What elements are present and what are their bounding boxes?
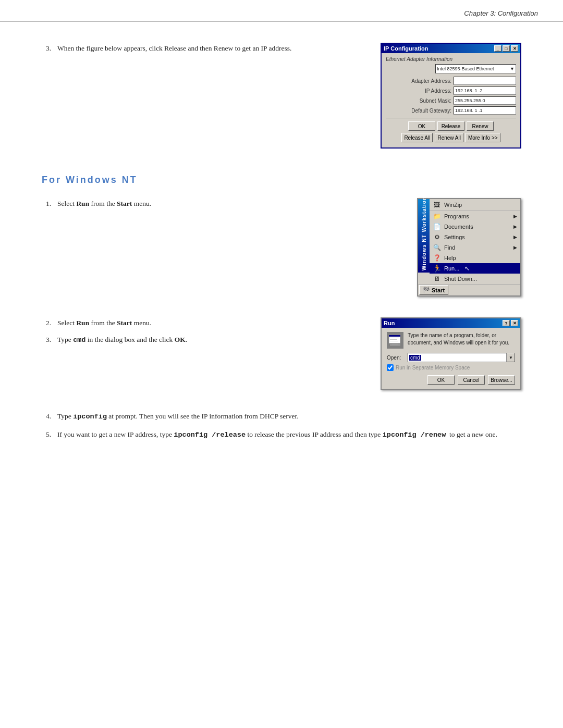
ip-address-row: IP Address: 192.168. 1 .2 [386, 87, 516, 95]
run-checkbox-label: Run in Separate Memory Space [396, 365, 470, 371]
close-button[interactable]: ✕ [511, 45, 518, 52]
menu-item-find[interactable]: 🔍 Find ▶ [430, 242, 520, 253]
adapter-address-row: Adapter Address: [386, 77, 516, 85]
settings-arrow: ▶ [513, 235, 517, 240]
settings-label: Settings [444, 234, 465, 240]
subnet-label: Subnet Mask: [405, 98, 451, 104]
step1-text-col: 1. Select Run from the Start menu. [42, 198, 401, 215]
release-all-button[interactable]: Release All [401, 133, 433, 142]
menu-item-shutdown[interactable]: 🖥 Shut Down... [430, 274, 520, 284]
help-label: Help [444, 255, 456, 261]
shutdown-label: Shut Down... [444, 276, 477, 282]
steps-2-3-section: 2. Select Run from the Start menu. 3. Ty… [42, 317, 521, 390]
run-close-button[interactable]: ✕ [511, 320, 518, 326]
step5-num: 5. [42, 429, 51, 441]
more-info-button[interactable]: More Info >> [466, 133, 500, 142]
find-icon: 🔍 [433, 243, 441, 252]
dropdown-arrow-icon: ▼ [510, 66, 515, 71]
documents-icon: 📄 [433, 223, 441, 231]
menu-item-documents[interactable]: 📄 Documents ▶ [430, 221, 520, 232]
step1-content: Select Run from the Start menu. [57, 198, 401, 209]
ipconfig-release-code: ipconfig /release [174, 431, 246, 439]
run-dialog-window: Run ? ✕ [381, 317, 521, 390]
ip-config-body: Ethernet Adapter Information Intel 82595… [382, 53, 520, 147]
subnet-value: 255.255.255.0 [454, 96, 516, 105]
btn-row-1: OK Release Renew [386, 121, 516, 131]
step3-text-col: 3. When the figure below appears, click … [42, 43, 365, 59]
run-titlebar-buttons: ? ✕ [503, 320, 518, 326]
sidebar-label: Windows NT Workstation [421, 196, 427, 270]
ok-bold: OK [175, 336, 186, 343]
ipconfig-code: ipconfig [73, 413, 107, 421]
run-ok-button[interactable]: OK [427, 375, 455, 385]
run-checkbox-row: Run in Separate Memory Space [387, 364, 515, 371]
menu-item-settings[interactable]: ⚙ Settings ▶ [430, 232, 520, 242]
adapter-dropdown[interactable]: Intel 82595-Based Ethernet ▼ [435, 64, 516, 73]
find-label: Find [444, 244, 455, 251]
documents-arrow: ▶ [513, 224, 517, 229]
start-menu-items: 🖼 WinZip 📁 Programs ▶ 📄 Do [430, 199, 520, 284]
maximize-button[interactable]: □ [503, 45, 510, 52]
run-dialog-titlebar: Run ? ✕ [382, 318, 520, 328]
steps-2-3-text: 2. Select Run from the Start menu. 3. Ty… [42, 317, 365, 351]
step2-content: Select Run from the Start menu. [57, 317, 365, 329]
nt-heading: For Windows NT [42, 175, 521, 186]
run-label: Run... [444, 265, 459, 272]
step2-3-layout: 2. Select Run from the Start menu. 3. Ty… [42, 317, 521, 390]
menu-item-help[interactable]: ❓ Help [430, 253, 520, 263]
run-icon-svg [388, 333, 402, 348]
svg-rect-1 [389, 335, 400, 337]
gateway-value: 192.168. 1 .1 [454, 106, 516, 115]
shutdown-icon: 🖥 [433, 275, 441, 283]
renew-all-button[interactable]: Renew All [435, 133, 463, 142]
find-arrow: ▶ [513, 245, 517, 250]
start-bold-2: Start [117, 319, 132, 327]
start-button[interactable]: 🏁 Start [419, 285, 448, 295]
renew-button[interactable]: Renew [467, 121, 494, 131]
subnet-row: Subnet Mask: 255.255.255.0 [386, 96, 516, 105]
run-cancel-button[interactable]: Cancel [458, 375, 485, 385]
start-menu-sidebar: Windows NT Workstation [418, 199, 430, 273]
run-browse-button[interactable]: Browse... [488, 375, 515, 385]
run-input-value: cmd [409, 355, 421, 361]
bottom-steps: 4. Type ipconfig at prompt. Then you wil… [42, 411, 521, 440]
help-icon: ❓ [433, 254, 441, 262]
chapter-title: Chapter 3: Configuration [464, 9, 538, 17]
run-help-button[interactable]: ? [503, 320, 510, 326]
menu-item-run[interactable]: 🏃 Run... ↖ [430, 263, 520, 274]
step5-item: 5. If you want to get a new IP address, … [42, 429, 521, 441]
group-label: Ethernet Adapter Information [386, 56, 516, 62]
ip-config-window: IP Configuration _ □ ✕ Ethernet Adapter … [381, 43, 521, 149]
run-checkbox[interactable] [387, 364, 394, 371]
start-menu-outer: Windows NT Workstation 🖼 WinZip 📁 [417, 198, 521, 297]
release-button[interactable]: Release [437, 121, 464, 131]
adapter-address-label: Adapter Address: [405, 78, 451, 84]
winzip-icon: 🖼 [433, 201, 441, 209]
taskbar: 🏁 Start [418, 284, 520, 295]
minimize-button[interactable]: _ [494, 45, 501, 52]
run-program-icon [387, 332, 403, 349]
step3-ip-section: 3. When the figure below appears, click … [42, 43, 521, 149]
ip-address-label: IP Address: [405, 88, 451, 94]
start-menu-container: Windows NT Workstation 🖼 WinZip 📁 [418, 199, 520, 284]
run-btn-row: OK Cancel Browse... [387, 375, 515, 385]
open-label: Open: [387, 355, 405, 361]
step1-num: 1. [42, 198, 51, 209]
page-content: 3. When the figure below appears, click … [0, 22, 563, 478]
run-input[interactable]: cmd [408, 353, 507, 362]
cursor-icon: ↖ [464, 265, 470, 272]
step3-content: When the figure below appears, click Rel… [57, 43, 365, 54]
ok-button[interactable]: OK [408, 121, 435, 131]
svg-rect-2 [390, 338, 399, 338]
btn-row-2: Release All Renew All More Info >> [386, 133, 516, 142]
page-header: Chapter 3: Configuration [0, 0, 563, 22]
menu-item-programs[interactable]: 📁 Programs ▶ [430, 211, 520, 221]
programs-icon: 📁 [433, 212, 441, 220]
start-bold: Start [117, 200, 132, 207]
ip-config-title: IP Configuration [384, 45, 428, 52]
run-icon: 🏃 [433, 264, 441, 273]
run-top: Type the name of a program, folder, or d… [387, 332, 515, 349]
adapter-dropdown-value: Intel 82595-Based Ethernet [437, 66, 494, 71]
run-bold: Run [76, 200, 89, 207]
run-dropdown-arrow[interactable]: ▼ [507, 353, 515, 362]
